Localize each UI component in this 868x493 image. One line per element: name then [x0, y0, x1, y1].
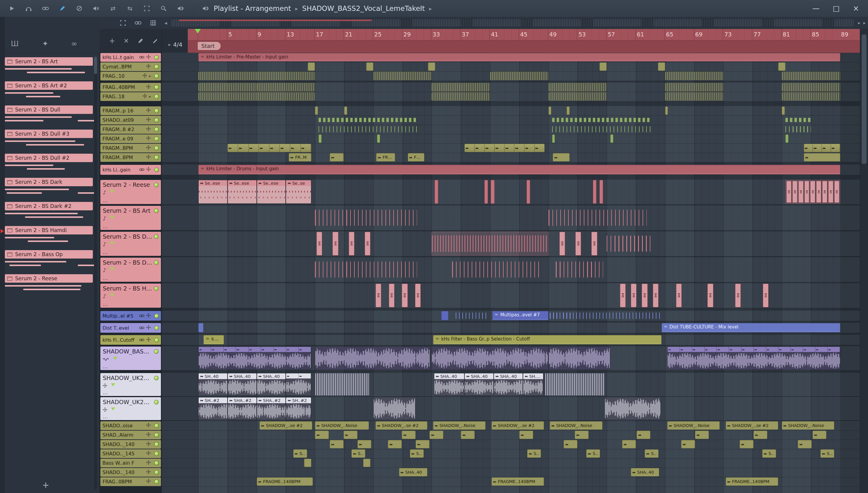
- slice-icon[interactable]: [75, 4, 83, 12]
- track-led-icon[interactable]: [154, 470, 159, 475]
- track-header[interactable]: Cymat..BPM: [100, 62, 162, 71]
- playlist-grid[interactable]: ∞kHs Limiter - Pre-Master - Input gain▸▸…: [162, 53, 860, 493]
- clip[interactable]: [785, 125, 811, 133]
- track-header[interactable]: SHADO..oise: [100, 421, 162, 430]
- timeline-bar[interactable]: 5913172125293337414549535761656973778185…: [188, 29, 860, 53]
- start-marker[interactable]: Start: [198, 42, 221, 50]
- clip[interactable]: ▸▸Se..se: [286, 180, 311, 204]
- clip[interactable]: ▸▸SHADOW_..Noise: [667, 421, 720, 430]
- track-header[interactable]: Serum 2 - BS Art♪…: [100, 206, 162, 230]
- note-pattern-clip[interactable]: Ξ: [576, 232, 581, 256]
- track-led-icon[interactable]: [154, 55, 159, 60]
- pattern-chip[interactable]: Serum 2 - BS Dark #2: [5, 202, 93, 210]
- scroll-end-button[interactable]: ▸: [863, 20, 866, 26]
- scroll-right-button[interactable]: ▸: [858, 20, 861, 26]
- clip[interactable]: ▸▸: [681, 440, 695, 448]
- pattern-item[interactable]: Serum 2 - BS Dull #3: [5, 128, 93, 152]
- clip[interactable]: [315, 258, 417, 281]
- clip[interactable]: [319, 134, 322, 143]
- clip[interactable]: [435, 180, 438, 204]
- clip[interactable]: ▸▸SH..#2: [198, 397, 227, 420]
- note-pattern-clip[interactable]: Ξ: [763, 283, 768, 307]
- clip[interactable]: [456, 311, 489, 320]
- clip[interactable]: ▸▸SHADOW_..se #2: [375, 421, 427, 430]
- clip[interactable]: [428, 62, 435, 71]
- clip[interactable]: [315, 206, 417, 230]
- track-header[interactable]: SHADOW_BASS2_V..…: [100, 346, 162, 370]
- track-header[interactable]: FRAG..40BPM: [100, 83, 162, 92]
- track-led-icon[interactable]: [154, 64, 159, 69]
- add-pattern-button[interactable]: +: [42, 480, 49, 490]
- track-header[interactable]: SHADOW_UK2_Mel..…: [100, 373, 162, 396]
- track-header[interactable]: SHADO.._140: [100, 440, 162, 449]
- clip[interactable]: ▸▸: [812, 431, 826, 439]
- track-led-icon[interactable]: [154, 85, 159, 89]
- track-header[interactable]: FRAG..0BPM: [100, 477, 162, 486]
- link-icon[interactable]: [42, 4, 49, 12]
- clip[interactable]: ▸▸: [754, 431, 767, 439]
- clip[interactable]: [782, 92, 840, 101]
- track-led-icon[interactable]: [154, 326, 159, 330]
- clip[interactable]: [432, 346, 548, 370]
- track-header[interactable]: FRAGM..BPM: [100, 144, 162, 153]
- clip[interactable]: ▸▸FRAGME..140BPM: [492, 477, 544, 486]
- pattern-chip[interactable]: Serum 2 - Bass Op: [5, 250, 93, 259]
- clip[interactable]: [198, 83, 257, 91]
- track-led-icon[interactable]: [154, 183, 158, 187]
- swap-icon[interactable]: ⇄: [109, 4, 117, 12]
- chevron-down-icon[interactable]: ▾: [149, 94, 151, 99]
- pattern-chip[interactable]: Serum 2 - BS Art: [5, 57, 93, 66]
- clip[interactable]: ∞kHs Limiter - Drums - Input gain: [198, 165, 840, 174]
- clip[interactable]: ▸▸SHA..40: [434, 373, 465, 396]
- clip[interactable]: [545, 373, 605, 396]
- headphones-icon[interactable]: [25, 4, 32, 12]
- clip[interactable]: ▸▸SHA..40: [257, 373, 286, 396]
- clip[interactable]: ▸▸SHADOW_..se #2: [260, 421, 312, 430]
- clip[interactable]: ▸▸: [575, 431, 589, 439]
- clip[interactable]: ▸▸SH..40: [523, 373, 543, 396]
- clip[interactable]: [567, 106, 570, 115]
- clip[interactable]: ∞kHs Filter - Bass Gr..p Selection - Cut…: [433, 335, 661, 344]
- clip[interactable]: [658, 62, 665, 71]
- clip[interactable]: ▸▸: [519, 431, 533, 439]
- clip[interactable]: ▸▸▸▸▸▸▸▸▸▸▸▸▸▸▸▸: [227, 144, 311, 152]
- clip[interactable]: [548, 83, 607, 91]
- track-led-icon[interactable]: [154, 433, 159, 437]
- clip[interactable]: ▸▸: [388, 440, 402, 448]
- clip[interactable]: ▸▸SHA..40: [227, 373, 257, 396]
- clip[interactable]: ▸▸S..5: [645, 449, 658, 458]
- pattern-chip[interactable]: Serum 2 - BS Dull #3: [5, 130, 93, 138]
- pattern-item[interactable]: Serum 2 - Bass Op: [5, 249, 93, 273]
- note-pattern-clip[interactable]: Ξ: [591, 232, 597, 256]
- clip[interactable]: [605, 397, 660, 420]
- note-pattern-clip[interactable]: Ξ: [365, 232, 370, 256]
- clip[interactable]: ▸▸FRAGME..140BPM: [257, 477, 313, 486]
- note-pattern-clip[interactable]: Ξ: [389, 283, 394, 307]
- clip[interactable]: ▸▸S..5: [527, 449, 541, 458]
- clip[interactable]: ▸▸: [622, 440, 636, 448]
- clip[interactable]: ∞Multipas..evel #7: [492, 311, 548, 320]
- clip[interactable]: [441, 311, 449, 320]
- track-header[interactable]: SHADOW_UK2_Mel..…: [100, 397, 162, 421]
- note-pattern-clip[interactable]: Ξ: [415, 283, 421, 307]
- pencil-tool-icon[interactable]: [137, 37, 144, 45]
- track-header[interactable]: Bass W..ain F: [100, 458, 162, 468]
- note-pattern-clip[interactable]: Ξ: [317, 232, 322, 256]
- pattern-item[interactable]: Serum 2 - BS Art #2: [5, 80, 93, 104]
- track-led-icon[interactable]: [154, 74, 159, 78]
- note-pattern-clip[interactable]: Ξ: [620, 283, 626, 307]
- clip[interactable]: [432, 92, 490, 101]
- clip[interactable]: [432, 83, 490, 91]
- clip[interactable]: ▸▸SHA..40: [399, 468, 427, 476]
- note-pattern-clip[interactable]: Ξ: [559, 232, 565, 256]
- volume-icon[interactable]: [177, 4, 185, 12]
- clip[interactable]: ▸▸S..5: [586, 449, 600, 458]
- track-led-icon[interactable]: [154, 146, 159, 150]
- delete-tool-icon[interactable]: ✕: [124, 37, 129, 45]
- track-led-icon[interactable]: [154, 108, 159, 113]
- clip[interactable]: [665, 92, 724, 101]
- clip[interactable]: ▸▸: [315, 431, 329, 439]
- clip[interactable]: ▸▸S..5: [762, 449, 776, 458]
- clip[interactable]: [665, 106, 668, 115]
- track-header[interactable]: FRAGM..BPM: [100, 153, 162, 162]
